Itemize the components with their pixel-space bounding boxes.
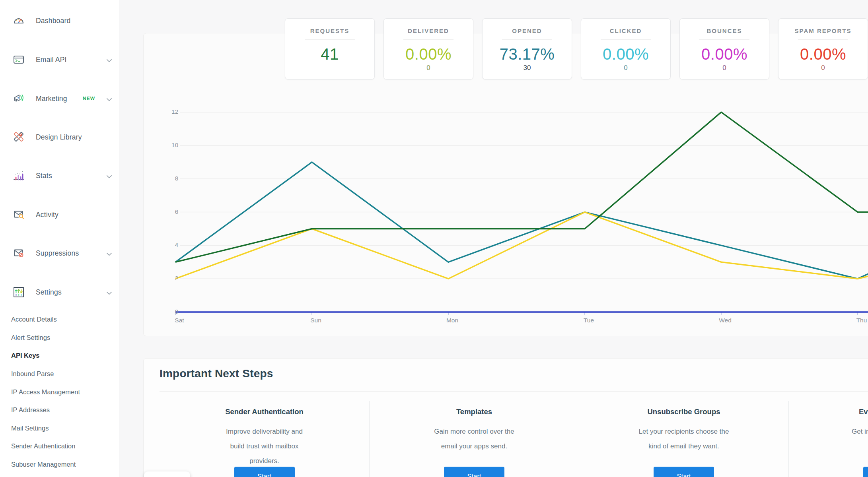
divider [699,39,749,40]
divider [798,39,848,40]
next-step-unsubscribe-groups: Unsubscribe Groups Let your recipients c… [579,401,788,477]
sendgrid-dashboard: { "sidebar": { "items": [ {"label": "Das… [0,0,868,477]
sidebar-item-label: Activity [36,211,58,219]
description-line: providers. [160,454,369,468]
stat-value: 41 [285,45,374,63]
stat-value: 0.00% [384,45,473,63]
marketing-megaphone-icon [11,91,26,106]
stat-sub-value: 0 [778,64,868,72]
sidebar-item-stats[interactable]: Stats [0,165,119,187]
stat-value: 0.00% [680,45,769,63]
subnav-label: IP Access Management [11,388,80,396]
activity-mail-search-icon [11,207,26,222]
sidebar-item-label: Stats [36,172,52,180]
stat-sub-value: 0 [581,64,670,72]
stat-label: DELIVERED [384,27,473,34]
sidebar-item-label: Suppressions [36,249,79,258]
sidebar-item-ip-access-management[interactable]: IP Access Management [0,384,119,400]
sidebar-item-activity[interactable]: Activity [0,204,119,226]
stat-value: 73.17% [483,45,572,63]
step-description: Get in [789,424,868,439]
step-title: Ev [789,407,868,416]
chevron-down-icon [107,289,112,297]
stat-label: REQUESTS [285,27,374,34]
sidebar-item-alert-settings[interactable]: Alert Settings [0,330,119,345]
stat-card-requests: REQUESTS 41 [285,18,375,80]
description-line: Let your recipients choose the [579,424,788,439]
subnav-label: Mail Settings [11,425,49,432]
divider [160,391,868,392]
sidebar-item-email-api[interactable]: Email API [0,48,119,71]
important-next-steps-card: Important Next Steps Sender Authenticati… [143,358,868,477]
settings-sliders-icon [11,285,26,300]
sidebar-item-account-details[interactable]: Account Details [0,311,119,327]
stat-card-delivered: DELIVERED 0.00% 0 [383,18,473,80]
sidebar-item-label: Design Library [36,133,82,142]
sidebar-item-api-keys[interactable]: API Keys [0,347,119,363]
next-step-sender-authentication: Sender Authentication Improve deliverabi… [160,401,369,477]
stat-card-spam-reports: SPAM REPORTS 0.00% 0 [778,18,868,80]
sidebar-item-settings[interactable]: Settings [0,281,119,303]
description-line: build trust with mailbox [160,439,369,454]
start-button[interactable]: Start [234,467,295,477]
stats-bars-icon [11,168,26,183]
sidebar-item-label: Marketing [36,95,67,103]
stat-label: BOUNCES [680,27,769,34]
subnav-label: Subuser Management [11,461,76,468]
sidebar-item-subuser-management[interactable]: Subuser Management [0,456,119,472]
subnav-label: API Keys [11,352,40,359]
step-description: Let your recipients choose the kind of e… [579,424,788,454]
next-step-templates: Templates Gain more control over the ema… [369,401,579,477]
y-tick-label: 4 [160,241,178,248]
description-line: Improve deliverability and [160,424,369,439]
stat-value: 0.00% [778,45,868,63]
sidebar-item-ip-addresses[interactable]: IP Addresses [0,402,119,418]
sidebar-item-marketing[interactable]: Marketing NEW [0,87,119,110]
dark-green-series-line [175,112,868,262]
x-tick-label: Sat [175,317,184,324]
stat-sub-value: 30 [483,64,572,72]
stat-sub-value: 0 [384,64,473,72]
subnav-label: Sender Authentication [11,442,75,450]
subnav-label: Account Details [11,316,57,323]
chevron-down-icon [107,173,112,180]
step-title: Templates [370,407,579,416]
y-tick-label: 2 [160,275,178,281]
y-tick-label: 10 [160,142,178,148]
stat-label: OPENED [483,27,572,34]
sidebar-item-sender-authentication[interactable]: Sender Authentication [0,438,119,454]
chat-widget[interactable] [144,471,190,477]
x-tick-label: Thu [856,317,867,324]
description-line: kind of email they want. [579,439,788,454]
chevron-down-icon [107,96,112,103]
line-chart [175,100,868,328]
next-step-truncated: Ev Get in [788,401,868,477]
email-api-terminal-icon [11,52,26,67]
dashboard-gauge-icon [11,13,26,28]
stat-value: 0.00% [581,45,670,63]
description-line: email your apps send. [370,439,579,454]
sidebar-item-mail-settings[interactable]: Mail Settings [0,420,119,436]
sidebar-item-design-library[interactable]: Design Library [0,126,119,148]
stat-sub-value: 0 [680,64,769,72]
divider [403,39,453,40]
sidebar-item-inbound-parse[interactable]: Inbound Parse [0,366,119,382]
sidebar-item-label: Settings [36,288,62,297]
x-tick-label: Tue [584,317,594,324]
description-line: Gain more control over the [370,424,579,439]
step-title: Sender Authentication [160,407,369,416]
y-tick-label: 6 [160,208,178,215]
start-button[interactable]: Start [444,467,504,477]
stat-card-opened: OPENED 73.17% 30 [482,18,572,80]
x-tick-label: Mon [446,317,458,324]
sidebar-item-suppressions[interactable]: Suppressions [0,242,119,264]
start-button[interactable]: Start [654,467,714,477]
sidebar-item-label: Email API [36,56,67,64]
divider [601,39,651,40]
new-badge: NEW [83,96,95,101]
x-tick-label: Wed [719,317,732,324]
y-tick-label: 8 [160,175,178,182]
start-button[interactable] [863,467,868,477]
sidebar-item-dashboard[interactable]: Dashboard [0,10,119,32]
subnav-label: IP Addresses [11,406,50,414]
